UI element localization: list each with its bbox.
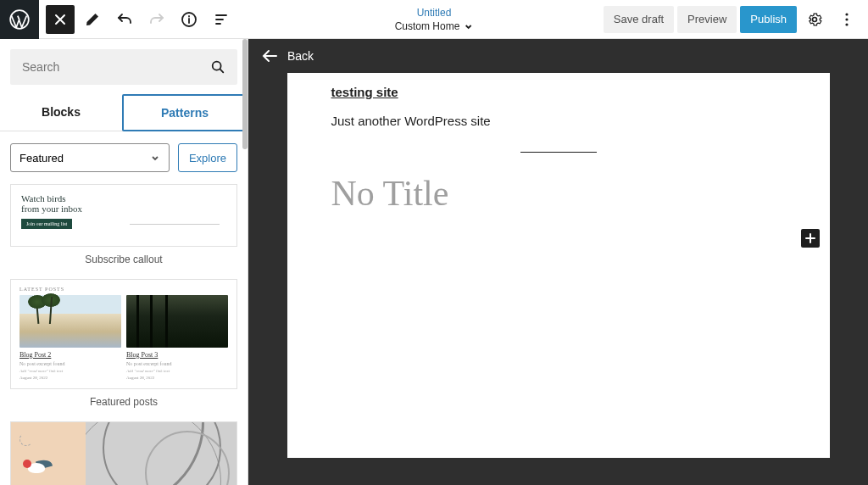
publish-button[interactable]: Publish: [740, 6, 797, 33]
undo-button[interactable]: [110, 5, 139, 34]
svg-point-2: [845, 13, 848, 15]
featured-post: Blog Post 3 No post excerpt found Add "r…: [126, 295, 228, 380]
svg-point-3: [845, 18, 848, 20]
document-info-button[interactable]: [175, 5, 203, 34]
inserter-tabs: Blocks Patterns: [0, 95, 248, 131]
svg-point-4: [845, 23, 848, 25]
pattern-item[interactable]: Watch birds from your inbox Join our mai…: [10, 184, 237, 265]
top-toolbar: Untitled Custom Home Save draft Preview …: [0, 0, 868, 39]
search-icon: [210, 59, 225, 75]
header-actions: Save draft Preview Publish: [604, 5, 868, 34]
pattern-label: Subscribe callout: [10, 254, 237, 265]
save-draft-button[interactable]: Save draft: [604, 6, 674, 33]
site-tagline[interactable]: Just another WordPress site: [331, 114, 786, 128]
wordpress-logo[interactable]: [0, 0, 39, 39]
search-input[interactable]: [22, 60, 210, 74]
canvas-header: Back: [248, 39, 868, 73]
scrollbar-thumb[interactable]: [242, 39, 248, 149]
edit-tool-button[interactable]: [78, 5, 107, 34]
chevron-down-icon: [463, 21, 473, 31]
pattern-preview: LATEST POSTS Blog Post 2 No post excerpt…: [10, 279, 237, 389]
post-thumbnail: [126, 295, 228, 348]
page-canvas[interactable]: testing site Just another WordPress site…: [287, 73, 830, 458]
back-button[interactable]: [260, 47, 279, 65]
pattern-preview: [10, 421, 237, 485]
tab-patterns[interactable]: Patterns: [122, 94, 248, 131]
document-header: Untitled Custom Home: [395, 7, 474, 32]
close-inserter-button[interactable]: [46, 5, 75, 34]
back-label: Back: [287, 49, 314, 63]
patterns-list: Watch birds from your inbox Join our mai…: [0, 184, 248, 485]
chevron-down-icon: [150, 153, 160, 163]
tab-blocks[interactable]: Blocks: [0, 95, 122, 131]
pattern-preview: Watch birds from your inbox Join our mai…: [10, 184, 237, 247]
explore-button[interactable]: Explore: [178, 143, 237, 172]
search-box[interactable]: [10, 49, 237, 85]
document-title[interactable]: Untitled: [395, 7, 474, 19]
redo-button: [142, 5, 171, 34]
featured-post: Blog Post 2 No post excerpt found Add "r…: [19, 295, 121, 380]
settings-button[interactable]: [800, 5, 829, 34]
pattern-item[interactable]: [10, 421, 237, 485]
options-menu-button[interactable]: [832, 5, 861, 34]
add-block-button[interactable]: [801, 229, 820, 248]
post-thumbnail: [19, 295, 121, 348]
post-title[interactable]: No Title: [331, 173, 786, 214]
pattern-category-select[interactable]: Featured: [10, 143, 170, 172]
editor-canvas-area: Back testing site Just another WordPress…: [248, 39, 868, 485]
template-selector[interactable]: Custom Home: [395, 20, 474, 32]
pattern-label: Featured posts: [10, 396, 237, 408]
preview-button[interactable]: Preview: [677, 6, 737, 33]
list-view-button[interactable]: [207, 5, 236, 34]
bird-illustration: [18, 454, 53, 480]
block-inserter-panel: Blocks Patterns Featured Explore Watch b…: [0, 39, 248, 485]
pattern-item[interactable]: LATEST POSTS Blog Post 2 No post excerpt…: [10, 279, 237, 408]
separator: [520, 152, 597, 153]
site-title[interactable]: testing site: [331, 85, 398, 99]
